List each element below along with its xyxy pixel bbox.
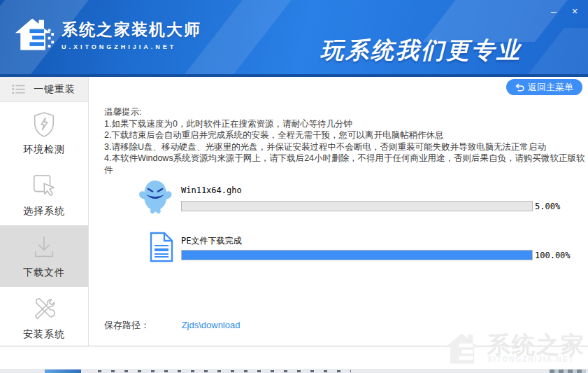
house-logo-icon [13,14,55,55]
sidebar-item-label: 选择系统 [23,205,65,218]
sliver-right-segments [550,370,586,373]
return-main-menu-label: 返回主菜单 [528,81,573,94]
sidebar-item-select-system[interactable]: 选择系统 [0,164,88,225]
brand-subtitle: U.XITONGZHIJIA.NET [62,43,201,50]
watermark: 系统之家 XITONGZHIJIA.NET [443,330,585,367]
save-path-label: 保存路径： [104,320,150,330]
download-file-name: PE文件下载完成 [181,235,241,247]
tools-icon [31,295,57,323]
tip-line: 4.本软件Windows系统资源均来源于网上，请下载后24小时删除，不得用于任何… [104,153,588,176]
download-file-name: Win11x64.gho [181,185,242,195]
sliver-blue-segment [45,370,81,373]
brand-title: 系统之家装机大师 [62,19,201,41]
background-window-sliver [0,369,588,373]
minimize-button[interactable]: – [547,5,560,17]
download-percent: 100.00% [535,251,571,260]
download-progress-bar [181,201,533,211]
sidebar-item-label: 下载文件 [23,267,65,279]
list-icon [12,84,25,94]
sliver-tick-segments [98,370,351,372]
sidebar-item-label: 一键重装 [34,83,76,96]
progress-fill [182,202,199,211]
download-progress-bar [181,250,533,260]
select-cursor-icon [31,172,57,200]
tips-block: 温馨提示: 1.如果下载速度为0，此时软件正在搜索资源，请耐心等待几分钟 2.下… [104,106,588,176]
sidebar-item-install-system[interactable]: 安装系统 [0,287,88,349]
download-icon [31,234,57,262]
watermark-house-icon [443,330,483,367]
tip-line: 2.下载结束后会自动重启并完成系统的安装，全程无需干预，您可以离开电脑帖稍作休息 [104,129,588,141]
sidebar-item-download-files[interactable]: 下载文件 [0,225,88,287]
tips-title: 温馨提示: [104,106,588,118]
tip-line: 3.请移除U盘、移动硬盘、光驱里的光盘，并保证安装过程中不会断电，否则重装可能失… [104,141,588,153]
sidebar: 一键重装 环境检测 选择系统 下载文件 安装系统 [0,77,89,346]
sidebar-item-label: 安装系统 [23,328,65,341]
tip-line: 1.如果下载速度为0，此时软件正在搜索资源，请耐心等待几分钟 [104,118,588,130]
save-path-link[interactable]: Zjds\download [182,320,241,330]
document-icon [150,232,173,262]
progress-fill [182,251,532,260]
ghost-mascot-icon [137,178,173,218]
app-header: 系统之家装机大师 U.XITONGZHIJIA.NET 玩系统我们更专业 – × [0,0,588,74]
shield-check-icon [31,111,57,139]
sidebar-item-env-check[interactable]: 环境检测 [0,102,88,164]
return-main-menu-button[interactable]: 返回主菜单 [506,79,582,95]
download-percent: 5.00% [535,202,560,211]
watermark-subtitle: XITONGZHIJIA.NET [487,356,585,363]
watermark-title: 系统之家 [487,335,585,356]
main-content: 返回主菜单 温馨提示: 1.如果下载速度为0，此时软件正在搜索资源，请耐心等待几… [89,77,588,346]
sidebar-item-onekey-reinstall[interactable]: 一键重装 [0,77,88,102]
return-arrow-icon [515,83,524,92]
close-button[interactable]: × [568,5,581,17]
brand-logo: 系统之家装机大师 U.XITONGZHIJIA.NET [13,14,201,55]
header-slogan: 玩系统我们更专业 [320,35,522,66]
sidebar-item-label: 环境检测 [23,143,65,156]
